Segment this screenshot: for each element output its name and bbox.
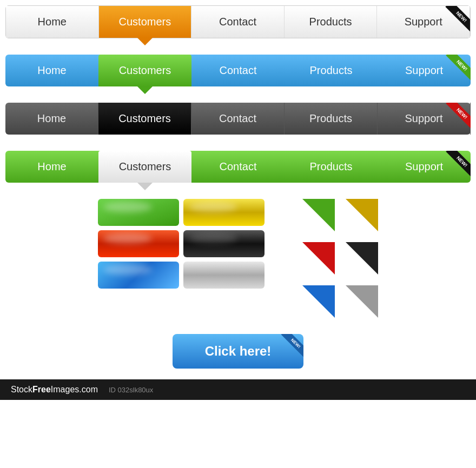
nav4-contact[interactable]: Contact xyxy=(191,151,285,183)
blue-ribbon xyxy=(297,285,335,323)
nav4-home[interactable]: Home xyxy=(5,151,98,183)
nav2-support[interactable]: Support xyxy=(378,55,471,86)
navbar-3: Home Customers Contact Products Support xyxy=(5,103,471,135)
click-here-section: Click here! xyxy=(5,334,471,369)
red-ribbon xyxy=(297,242,335,280)
click-here-label: Click here! xyxy=(205,344,272,358)
nav3-home[interactable]: Home xyxy=(5,103,98,135)
nav3-customers[interactable]: Customers xyxy=(98,103,191,135)
green-button[interactable] xyxy=(98,199,179,226)
nav3-products[interactable]: Products xyxy=(285,103,378,135)
click-here-new-badge xyxy=(274,334,303,364)
navbar-2: Home Customers Contact Products Support xyxy=(5,55,471,86)
red-button[interactable] xyxy=(98,230,179,257)
nav2-home[interactable]: Home xyxy=(5,55,98,86)
nav4-support[interactable]: Support xyxy=(378,151,471,183)
button-grid xyxy=(98,199,265,289)
black-button[interactable] xyxy=(183,230,265,257)
nav1-support[interactable]: Support xyxy=(377,6,470,38)
buttons-section xyxy=(5,199,471,323)
corner-red xyxy=(297,242,335,280)
nav3-support[interactable]: Support xyxy=(378,103,471,135)
corner-green xyxy=(297,199,335,237)
nav3-contact[interactable]: Contact xyxy=(191,103,285,135)
blue-button[interactable] xyxy=(98,262,179,289)
nav2-contact[interactable]: Contact xyxy=(191,55,285,86)
silver-ribbon xyxy=(340,285,378,323)
corner-silver xyxy=(340,285,378,323)
corner-black xyxy=(340,242,378,280)
watermark-free: Free xyxy=(32,385,51,395)
corners-grid xyxy=(297,199,378,323)
navbar-4: Home Customers Contact Products Support xyxy=(5,151,471,183)
nav1-home[interactable]: Home xyxy=(6,6,99,38)
green-ribbon xyxy=(297,199,335,237)
nav2-customers[interactable]: Customers xyxy=(98,55,191,86)
watermark-stock: Stock xyxy=(11,385,32,395)
black-ribbon xyxy=(340,242,378,280)
nav1-products[interactable]: Products xyxy=(285,6,378,38)
silver-button[interactable] xyxy=(183,262,265,289)
corner-gold xyxy=(340,199,378,237)
click-here-button[interactable]: Click here! xyxy=(173,334,304,369)
nav4-products[interactable]: Products xyxy=(285,151,378,183)
watermark-suffix: Images.com xyxy=(51,385,98,395)
corner-blue xyxy=(297,285,335,323)
watermark-footer: StockFreeImages.com ID 032slk80ux xyxy=(0,379,476,400)
gold-ribbon xyxy=(340,199,378,237)
nav1-contact[interactable]: Contact xyxy=(191,6,285,38)
nav2-products[interactable]: Products xyxy=(285,55,378,86)
nav1-customers[interactable]: Customers xyxy=(99,6,192,38)
navbar-1: Home Customers Contact Products Support xyxy=(5,5,471,38)
yellow-button[interactable] xyxy=(183,199,265,226)
watermark-id: ID 032slk80ux xyxy=(109,386,153,394)
nav4-customers[interactable]: Customers xyxy=(98,151,191,183)
